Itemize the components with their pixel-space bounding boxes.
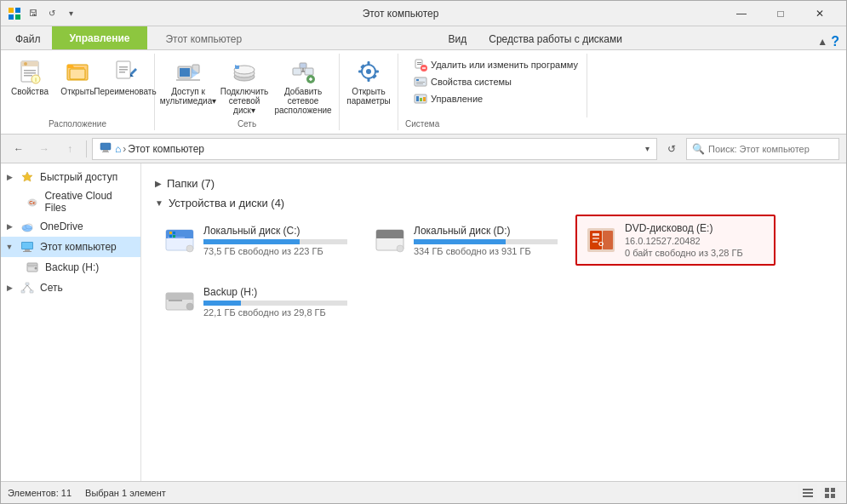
qat-save[interactable]: 🖫	[25, 5, 42, 22]
svg-rect-85	[169, 235, 172, 238]
svg-rect-46	[416, 79, 419, 81]
svg-rect-56	[102, 152, 109, 152]
svg-rect-16	[119, 66, 128, 68]
map-drive-label: Подключить сетевой диск▾	[220, 87, 269, 115]
sidebar-item-creative-cloud[interactable]: Cc Creative Cloud Files	[1, 187, 140, 216]
backup-h-bar	[203, 301, 241, 306]
svg-rect-69	[23, 251, 31, 252]
svg-rect-47	[416, 82, 425, 83]
svg-point-6	[24, 62, 27, 66]
svg-rect-3	[15, 14, 20, 20]
system-items: Удалить или изменить программу Свойства …	[405, 54, 587, 117]
svg-rect-75	[21, 290, 25, 293]
svg-rect-109	[825, 494, 829, 498]
properties-button[interactable]: i Свойства	[8, 54, 52, 105]
svg-rect-94	[592, 233, 599, 236]
view-details-btn[interactable]	[798, 484, 817, 502]
media-access-button[interactable]: Доступ к мультимедиа▾	[162, 54, 215, 108]
status-bar: Элементов: 11 Выбран 1 элемент	[1, 481, 846, 503]
sidebar-item-quick-access[interactable]: ▶ Быстрый доступ	[1, 167, 140, 187]
svg-rect-83	[169, 232, 172, 234]
svg-rect-103	[169, 300, 182, 301]
svg-rect-18	[119, 72, 125, 73]
backup-label: Backup (H:)	[45, 261, 99, 273]
backup-h-size: 22,1 ГБ свободно из 29,8 ГБ	[203, 307, 347, 318]
qat-undo[interactable]: ↺	[43, 5, 60, 22]
title-bar-left: 🖫 ↺ ▾	[8, 5, 79, 22]
qat-dropdown[interactable]: ▾	[62, 5, 79, 22]
help-btn[interactable]: ?	[831, 34, 839, 49]
address-dropdown-arrow[interactable]: ▾	[645, 144, 650, 153]
svg-rect-30	[300, 63, 306, 68]
back-button[interactable]: ←	[8, 138, 30, 160]
tab-computer[interactable]: Управление	[52, 26, 148, 49]
svg-rect-90	[376, 235, 403, 238]
devices-section-header[interactable]: ▼ Устройства и диски (4)	[155, 197, 833, 209]
disk-c-item[interactable]: Локальный диск (C:) 73,5 ГБ свободно из …	[155, 215, 355, 266]
location-group-label: Расположение	[49, 117, 106, 130]
open-label: Открыть	[60, 87, 94, 96]
disk-d-icon	[373, 223, 407, 257]
creative-cloud-label: Creative Cloud Files	[44, 190, 134, 214]
sidebar-item-backup[interactable]: Backup (H:)	[1, 257, 140, 278]
ribbon-group-settings: Открыть параметры .	[340, 54, 398, 130]
manage-item[interactable]: Управление	[412, 91, 580, 106]
folders-arrow: ▶	[155, 179, 162, 188]
rename-button[interactable]: Переименовать	[103, 54, 147, 105]
status-view-controls	[798, 484, 839, 502]
tab-tools[interactable]: Средства работы с дисками	[478, 28, 633, 49]
svg-rect-36	[368, 77, 370, 82]
folders-section-header[interactable]: ▶ Папки (7)	[155, 177, 833, 190]
minimize-button[interactable]: —	[722, 1, 761, 26]
disk-d-item[interactable]: Локальный диск (D:) 334 ГБ свободно из 9…	[365, 215, 565, 266]
dvd-e-icon: O	[584, 223, 618, 257]
map-drive-button[interactable]: Подключить сетевой диск▾	[218, 54, 271, 117]
svg-rect-0	[9, 8, 14, 13]
open-button[interactable]: Открыть	[55, 54, 100, 105]
forward-button[interactable]: →	[33, 138, 55, 160]
svg-point-87	[186, 245, 193, 252]
ribbon-collapse-btn[interactable]: ▲	[817, 36, 827, 48]
svg-rect-95	[592, 238, 599, 239]
close-button[interactable]: ✕	[800, 1, 839, 26]
search-input[interactable]	[708, 144, 833, 154]
dvd-e-item[interactable]: O DVD-дисковод (E:) 16.0.12527.20482 0 б…	[575, 215, 775, 266]
svg-rect-28	[305, 68, 313, 75]
maximize-button[interactable]: □	[761, 1, 800, 26]
refresh-button[interactable]: ↺	[661, 138, 683, 160]
sys-props-icon	[414, 75, 427, 89]
svg-rect-53	[100, 143, 111, 150]
view-tiles-btn[interactable]	[821, 484, 839, 502]
breadcrumb-current: Этот компьютер	[128, 143, 204, 155]
settings-icon	[355, 58, 382, 85]
system-group-label: Система	[405, 117, 439, 130]
search-icon: 🔍	[692, 143, 705, 155]
add-network-button[interactable]: Добавить сетевое расположение	[274, 54, 332, 117]
quick-access-icon	[20, 169, 35, 185]
open-settings-button[interactable]: Открыть параметры	[346, 54, 391, 108]
svg-rect-101	[166, 297, 193, 300]
svg-rect-43	[417, 64, 421, 65]
svg-rect-9	[24, 75, 32, 77]
status-info: Элементов: 11 Выбран 1 элемент	[8, 488, 166, 498]
this-pc-label: Этот компьютер	[40, 241, 117, 253]
tab-view[interactable]: Вид	[438, 28, 478, 49]
sidebar-item-network[interactable]: ▶ Сеть	[1, 278, 140, 298]
disk-c-name: Локальный диск (C:)	[203, 225, 347, 237]
sidebar-item-onedrive[interactable]: ▶ OneDrive	[1, 216, 140, 237]
sidebar-item-this-pc[interactable]: ▼ Этот компьютер	[1, 237, 140, 257]
ribbon-tabs: Файл Управление Этот компьютер Вид Средс…	[1, 26, 846, 50]
address-path[interactable]: ⌂ › Этот компьютер ▾	[92, 138, 657, 160]
uninstall-item[interactable]: Удалить или изменить программу	[412, 57, 580, 72]
svg-rect-67	[22, 243, 32, 249]
svg-point-34	[366, 69, 371, 74]
svg-point-65	[22, 225, 32, 232]
tab-file[interactable]: Файл	[4, 28, 52, 49]
up-button[interactable]: ↑	[59, 138, 81, 160]
backup-h-item[interactable]: Backup (H:) 22,1 ГБ свободно из 29,8 ГБ	[155, 276, 355, 327]
sys-props-item[interactable]: Свойства системы	[412, 74, 580, 89]
disk-c-bar-container	[203, 239, 347, 244]
svg-rect-84	[173, 232, 175, 234]
svg-rect-108	[831, 488, 835, 492]
svg-rect-37	[358, 71, 363, 73]
